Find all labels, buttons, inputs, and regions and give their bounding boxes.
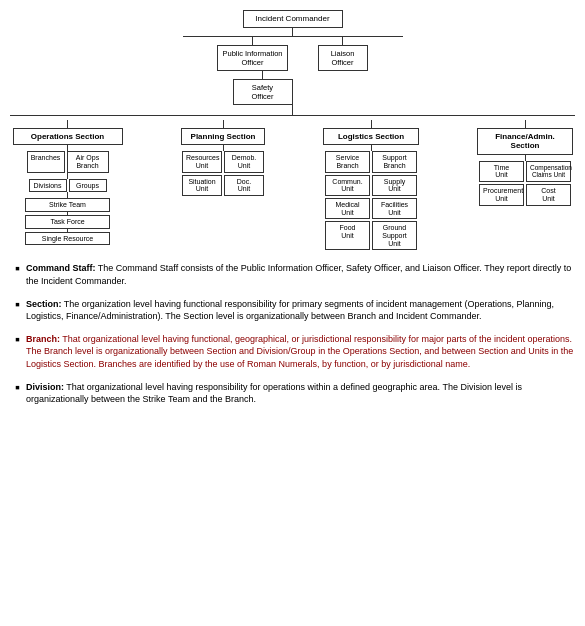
food-unit-box: FoodUnit: [325, 221, 370, 250]
def-branch-text: Branch: That organizational level having…: [26, 333, 575, 371]
ops-row2: Divisions Groups: [29, 179, 107, 193]
safety-connector: SafetyOfficer: [233, 71, 293, 105]
demob-unit-box: Demob.Unit: [224, 151, 264, 172]
def-section-text: Section: The organization level having f…: [26, 298, 575, 323]
medical-unit-box: MedicalUnit: [325, 198, 370, 219]
pio-box: Public InformationOfficer: [217, 45, 287, 71]
single-resource-box: Single Resource: [25, 232, 110, 246]
fin-top-connector: [525, 120, 526, 128]
cost-unit-box: CostUnit: [526, 184, 571, 205]
comp-claims-box: CompensationClaims Unit: [526, 161, 571, 182]
logistics-section: Logistics Section ServiceBranch SupportB…: [321, 120, 421, 251]
commun-unit-box: Commun.Unit: [325, 175, 370, 196]
sections-row: Operations Section Branches Air OpsBranc…: [10, 120, 575, 251]
def-command-staff-body: The Command Staff consists of the Public…: [26, 263, 571, 286]
planning-section: Planning Section ResourcesUnit Demob.Uni…: [179, 120, 267, 196]
term-division: Division:: [26, 382, 64, 392]
situation-unit-box: SituationUnit: [182, 175, 222, 196]
sections-v-connector: [292, 105, 293, 115]
safety-box: SafetyOfficer: [233, 79, 293, 105]
resources-unit-box: ResourcesUnit: [182, 151, 222, 172]
fin-grid: TimeUnit CompensationClaims Unit Procure…: [479, 161, 571, 206]
liaison-box: LiaisonOfficer: [318, 45, 368, 71]
operations-section: Operations Section Branches Air OpsBranc…: [10, 120, 125, 246]
org-chart: Incident Commander Public InformationOff…: [10, 10, 575, 406]
ops-title: Operations Section: [13, 128, 123, 146]
incident-commander-row: Incident Commander: [243, 10, 343, 28]
log-grid1: ServiceBranch SupportBranch Commun.Unit …: [325, 151, 417, 250]
strike-team-box: Strike Team: [25, 198, 110, 212]
branches-box: Branches: [27, 151, 65, 172]
ground-support-unit-box: GroundSupportUnit: [372, 221, 417, 250]
supply-unit-box: SupplyUnit: [372, 175, 417, 196]
fin-title: Finance/Admin.Section: [477, 128, 573, 155]
def-command-staff: ▪ Command Staff: The Command Staff consi…: [15, 262, 575, 287]
def-branch-body: That organizational level having functio…: [26, 334, 573, 369]
term-command-staff: Command Staff:: [26, 263, 96, 273]
def-section-body: The organization level having functional…: [26, 299, 554, 322]
bullet-2: ▪: [15, 296, 20, 312]
ic-vert-connector: [292, 28, 293, 36]
doc-unit-box: Doc.Unit: [224, 175, 264, 196]
top-region: Incident Commander Public InformationOff…: [10, 10, 575, 105]
time-unit-box: TimeUnit: [479, 161, 524, 182]
bullet-1: ▪: [15, 260, 20, 276]
ops-top-connector: [67, 120, 68, 128]
facilities-unit-box: FacilitiesUnit: [372, 198, 417, 219]
bullet-4: ▪: [15, 379, 20, 395]
level2-boxes-row: Public InformationOfficer LiaisonOfficer: [153, 37, 433, 71]
incident-commander-box: Incident Commander: [243, 10, 343, 28]
divisions-box: Divisions: [29, 179, 67, 193]
liaison-col: LiaisonOfficer: [318, 37, 368, 71]
log-title: Logistics Section: [323, 128, 419, 146]
def-division: ▪ Division: That organizational level ha…: [15, 381, 575, 406]
bullet-3: ▪: [15, 331, 20, 347]
task-force-box: Task Force: [25, 215, 110, 229]
def-branch: ▪ Branch: That organizational level havi…: [15, 333, 575, 371]
def-division-text: Division: That organizational level havi…: [26, 381, 575, 406]
finance-section: Finance/Admin.Section TimeUnit Compensat…: [475, 120, 575, 206]
def-command-staff-text: Command Staff: The Command Staff consist…: [26, 262, 575, 287]
service-branch-box: ServiceBranch: [325, 151, 370, 172]
term-branch: Branch:: [26, 334, 60, 344]
term-section: Section:: [26, 299, 62, 309]
air-ops-box: Air OpsBranch: [67, 151, 109, 172]
ops-row1: Branches Air OpsBranch: [27, 151, 109, 172]
definitions-section: ▪ Command Staff: The Command Staff consi…: [10, 262, 575, 405]
log-top-connector: [371, 120, 372, 128]
groups-box: Groups: [69, 179, 107, 193]
plan-title: Planning Section: [181, 128, 265, 146]
plan-top-connector: [223, 120, 224, 128]
plan-grid: ResourcesUnit Demob.Unit SituationUnit D…: [182, 151, 264, 196]
procurement-unit-box: ProcurementUnit: [479, 184, 524, 205]
support-branch-box: SupportBranch: [372, 151, 417, 172]
def-division-body: That organizational level having respons…: [26, 382, 522, 405]
sections-h-bar: [10, 115, 575, 116]
def-section: ▪ Section: The organization level having…: [15, 298, 575, 323]
pio-col: Public InformationOfficer: [217, 37, 287, 71]
